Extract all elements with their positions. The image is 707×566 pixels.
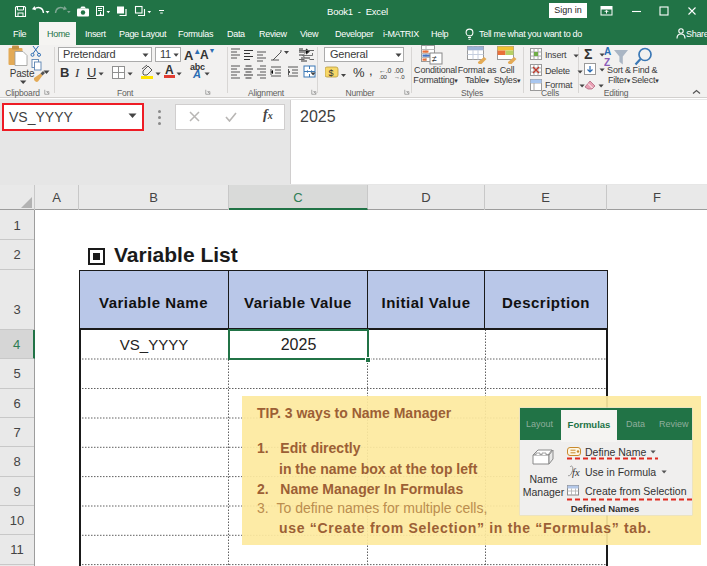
svg-text:.00: .00 xyxy=(379,74,388,80)
svg-text:.00: .00 xyxy=(394,67,403,74)
svg-text:$: $ xyxy=(329,68,334,78)
svg-text:,: , xyxy=(369,65,372,78)
svg-text:←.0: ←.0 xyxy=(379,67,392,74)
svg-text:≠: ≠ xyxy=(432,54,437,64)
svg-text:%: % xyxy=(353,65,365,80)
svg-text:→.0: →.0 xyxy=(394,74,405,80)
svg-text:fx: fx xyxy=(572,467,580,478)
svg-text:A: A xyxy=(604,46,611,57)
